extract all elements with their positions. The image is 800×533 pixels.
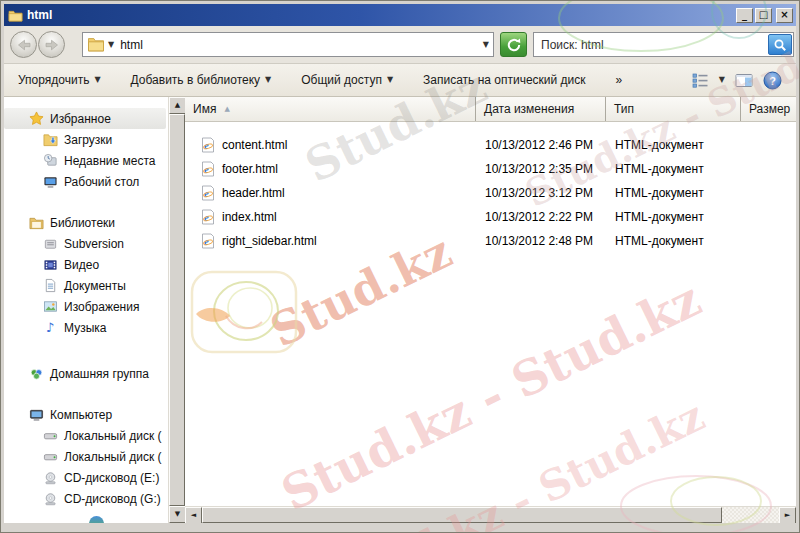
minimize-button[interactable]: _ — [736, 8, 753, 23]
address-text: html — [120, 38, 483, 52]
subversion-library-icon — [42, 236, 58, 252]
music-library-icon: ♪ — [42, 320, 58, 336]
chevron-down-icon: ▼ — [94, 76, 100, 84]
sidebar-item-documents[interactable]: Документы — [4, 275, 168, 296]
sidebar-item-label: CD-дисковод (G:) — [64, 492, 161, 506]
file-type: HTML-документ — [606, 162, 741, 176]
share-label: Общий доступ — [301, 73, 382, 87]
search-placeholder: Поиск: html — [541, 38, 768, 52]
column-header-date[interactable]: Дата изменения — [476, 97, 606, 121]
back-button[interactable] — [10, 31, 37, 58]
homegroup-icon — [28, 366, 44, 382]
organize-label: Упорядочить — [18, 73, 89, 87]
column-header-type[interactable]: Тип — [606, 97, 741, 121]
sidebar-item-label: Компьютер — [50, 408, 112, 422]
add-to-library-menu[interactable]: Добавить в библиотеку ▼ — [131, 73, 272, 87]
file-name: right_sidebar.html — [222, 234, 317, 248]
forward-button[interactable] — [38, 31, 65, 58]
folder-icon — [8, 9, 23, 22]
file-date: 10/13/2012 2:48 PM — [476, 234, 606, 248]
sidebar-item-cd-drive-e[interactable]: CD-дисковод (E:) — [4, 467, 168, 488]
chevron-down-icon: ▼ — [265, 76, 271, 84]
sidebar-item-label: Библиотеки — [50, 216, 115, 230]
sidebar-item-pictures[interactable]: Изображения — [4, 296, 168, 317]
column-header-size[interactable]: Размер — [741, 97, 796, 121]
html-file-icon: e — [200, 161, 216, 177]
sidebar-item-label: Документы — [64, 279, 126, 293]
search-input[interactable]: Поиск: html — [533, 32, 794, 57]
scroll-left-icon[interactable]: ◄ — [185, 507, 202, 523]
pictures-library-icon — [42, 299, 58, 315]
column-name-label: Имя — [193, 102, 216, 116]
organize-menu[interactable]: Упорядочить ▼ — [18, 73, 101, 87]
file-name: content.html — [222, 138, 287, 152]
sidebar-item-videos[interactable]: Видео — [4, 254, 168, 275]
cd-drive-icon — [42, 491, 58, 507]
address-bar[interactable]: ▼ html ▼ — [82, 32, 494, 57]
hard-drive-icon — [42, 428, 58, 444]
scrollbar-thumb[interactable] — [169, 114, 185, 506]
sidebar-item-subversion[interactable]: Subversion — [4, 233, 168, 254]
sidebar-item-label: Рабочий стол — [64, 175, 139, 189]
sidebar-item-homegroup[interactable]: Домашняя группа — [4, 363, 168, 384]
close-button[interactable]: × — [776, 8, 793, 23]
file-type: HTML-документ — [606, 210, 741, 224]
scrollbar-track[interactable] — [722, 507, 779, 523]
maximize-button[interactable]: □ — [755, 8, 772, 23]
navigation-pane: Избранное Загрузки Недавние места Рабочи… — [4, 97, 168, 523]
sidebar-item-downloads[interactable]: Загрузки — [4, 129, 168, 150]
svg-text:?: ? — [769, 74, 776, 86]
search-button[interactable] — [768, 34, 792, 55]
sidebar-item-music[interactable]: ♪ Музыка — [4, 317, 168, 338]
scroll-down-icon[interactable]: ▼ — [169, 506, 186, 523]
overflow-chevron: » — [616, 73, 623, 87]
change-view-icon[interactable] — [692, 73, 709, 88]
sidebar-item-libraries[interactable]: Библиотеки — [4, 212, 168, 233]
chevron-down-icon[interactable]: ▼ — [108, 41, 114, 49]
navigation-bar: ▼ html ▼ Поиск: html — [4, 26, 796, 64]
sidebar-item-label: Видео — [64, 258, 99, 272]
sidebar-item-desktop[interactable]: Рабочий стол — [4, 171, 168, 192]
back-arrow-icon — [17, 39, 31, 51]
cd-drive-icon — [42, 470, 58, 486]
sidebar-item-favorites[interactable]: Избранное — [4, 108, 166, 129]
horizontal-scrollbar[interactable]: ◄ ► — [185, 506, 796, 523]
network-icon — [89, 516, 104, 523]
sidebar-item-local-disk-c[interactable]: Локальный диск ( — [4, 425, 168, 446]
window-title: html — [27, 8, 736, 22]
sidebar-item-computer[interactable]: Компьютер — [4, 404, 168, 425]
file-type: HTML-документ — [606, 138, 741, 152]
sidebar-scrollbar[interactable]: ▲ ▼ — [168, 97, 185, 523]
burn-button[interactable]: Записать на оптический диск — [423, 73, 586, 87]
table-row[interactable]: e index.html 10/13/2012 2:22 PM HTML-док… — [185, 205, 796, 229]
scroll-right-icon[interactable]: ► — [779, 507, 796, 523]
libraries-icon — [28, 215, 44, 231]
sidebar-item-cd-drive-g[interactable]: CD-дисковод (G:) — [4, 488, 168, 509]
command-toolbar: Упорядочить ▼ Добавить в библиотеку ▼ Об… — [4, 64, 796, 97]
sidebar-item-local-disk-d[interactable]: Локальный диск ( — [4, 446, 168, 467]
file-date: 10/13/2012 2:22 PM — [476, 210, 606, 224]
table-row[interactable]: e right_sidebar.html 10/13/2012 2:48 PM … — [185, 229, 796, 253]
star-icon — [28, 111, 44, 127]
column-header-name[interactable]: Имя ▲ — [185, 97, 476, 121]
file-name: header.html — [222, 186, 285, 200]
burn-label: Записать на оптический диск — [423, 73, 586, 87]
table-row[interactable]: e content.html 10/13/2012 2:46 PM HTML-д… — [185, 133, 796, 157]
explorer-window: html _ □ × ▼ html ▼ — [0, 0, 800, 533]
forward-arrow-icon — [45, 39, 59, 51]
scroll-up-icon[interactable]: ▲ — [169, 97, 186, 114]
view-dropdown-icon[interactable]: ▼ — [719, 76, 725, 84]
table-row[interactable]: e header.html 10/13/2012 3:12 PM HTML-до… — [185, 181, 796, 205]
file-list-pane: Имя ▲ Дата изменения Тип Размер — [185, 97, 796, 523]
titlebar: html _ □ × — [4, 4, 796, 26]
refresh-button[interactable] — [500, 32, 527, 57]
scrollbar-thumb[interactable] — [202, 507, 722, 523]
address-dropdown-icon[interactable]: ▼ — [483, 41, 489, 49]
help-button[interactable]: ? — [763, 71, 782, 90]
share-menu[interactable]: Общий доступ ▼ — [301, 73, 393, 87]
sidebar-item-recent-places[interactable]: Недавние места — [4, 150, 168, 171]
table-row[interactable]: e footer.html 10/13/2012 2:35 PM HTML-до… — [185, 157, 796, 181]
file-type: HTML-документ — [606, 186, 741, 200]
preview-pane-icon[interactable] — [735, 73, 753, 88]
toolbar-overflow-button[interactable]: » — [616, 73, 623, 87]
